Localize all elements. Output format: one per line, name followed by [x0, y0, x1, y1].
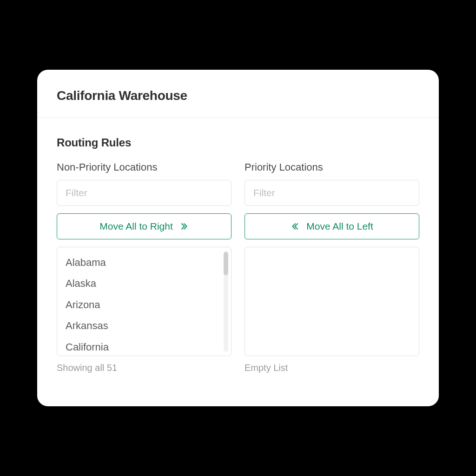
non-priority-column: Non-Priority Locations Move All to Right…	[57, 161, 231, 393]
move-all-right-button[interactable]: Move All to Right	[57, 213, 231, 239]
dual-list-transfer: Non-Priority Locations Move All to Right…	[57, 161, 419, 393]
priority-status: Empty List	[245, 363, 419, 373]
card-body: Routing Rules Non-Priority Locations Mov…	[37, 118, 439, 406]
list-item[interactable]: Alabama	[66, 254, 227, 271]
page-title: California Warehouse	[57, 88, 419, 103]
chevrons-right-icon	[178, 222, 189, 231]
non-priority-filter-input[interactable]	[57, 180, 231, 206]
chevrons-left-icon	[291, 222, 301, 231]
priority-filter-input[interactable]	[245, 180, 419, 206]
card-header: California Warehouse	[37, 70, 439, 118]
non-priority-title: Non-Priority Locations	[57, 161, 231, 173]
list-item[interactable]: Arizona	[66, 296, 227, 313]
move-all-right-label: Move All to Right	[99, 221, 173, 232]
list-item[interactable]: Alaska	[66, 275, 227, 292]
list-item[interactable]: California	[66, 338, 227, 356]
scrollbar-thumb[interactable]	[224, 252, 228, 275]
priority-listbox[interactable]	[245, 247, 419, 356]
priority-title: Priority Locations	[245, 161, 419, 173]
move-all-left-label: Move All to Left	[306, 221, 373, 232]
non-priority-listbox[interactable]: Alabama Alaska Arizona Arkansas Californ…	[57, 247, 231, 356]
list-item[interactable]: Arkansas	[66, 317, 227, 334]
non-priority-status: Showing all 51	[57, 363, 231, 373]
settings-card: California Warehouse Routing Rules Non-P…	[36, 68, 440, 408]
move-all-left-button[interactable]: Move All to Left	[245, 213, 419, 239]
section-title: Routing Rules	[57, 136, 419, 149]
priority-column: Priority Locations Move All to Left Empt…	[245, 161, 419, 393]
